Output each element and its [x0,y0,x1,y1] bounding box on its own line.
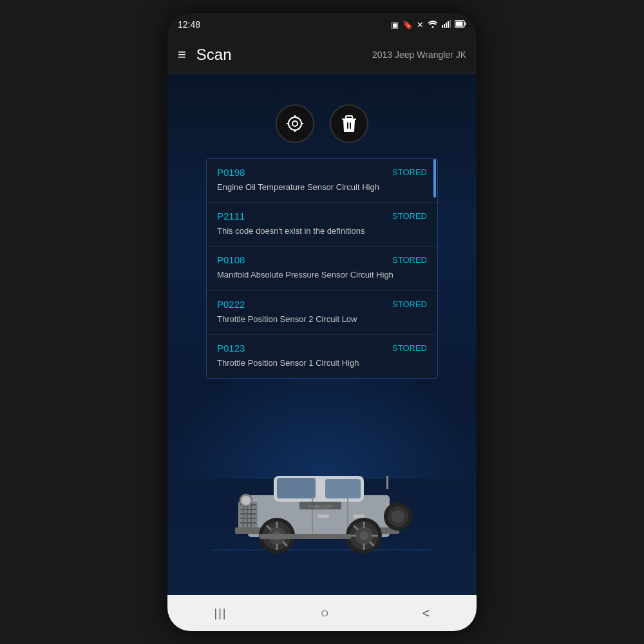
action-buttons-row [276,104,368,143]
dtc-description: Throttle Position Sensor 1 Circuit High [217,357,427,369]
dtc-code: P0123 [217,343,245,354]
svg-point-61 [359,531,368,540]
dtc-description: Throttle Position Sensor 2 Circuit Low [217,314,427,325]
svg-rect-68 [260,534,351,539]
svg-rect-5 [450,20,451,28]
bookmark-icon: 🔖 [402,20,413,30]
svg-rect-7 [465,23,466,25]
dtc-item[interactable]: P0108 STORED Manifold Absolute Pressure … [207,247,437,290]
dtc-code: P0108 [217,254,245,265]
dtc-code: P2111 [217,211,245,222]
svg-rect-8 [456,21,463,26]
dtc-item[interactable]: P0198 STORED Engine Oil Temperature Sens… [207,159,437,203]
svg-point-10 [292,121,298,126]
back-icon: < [422,606,430,621]
dtc-status: STORED [392,211,427,221]
svg-text:RUBICON: RUBICON [308,504,332,509]
main-content: P0198 STORED Engine Oil Temperature Sens… [167,73,477,595]
phone-frame: 12:48 ▣ 🔖 ✕ [167,13,477,631]
dtc-code: P0222 [217,299,245,310]
jeep-illustration: RUBICON [213,440,431,556]
car-image-area: RUBICON [167,440,477,556]
dtc-item-header: P0108 STORED [217,254,427,265]
recent-apps-icon: ||| [214,607,227,620]
svg-point-41 [242,496,251,505]
status-icons-group: ▣ 🔖 ✕ [391,20,466,30]
home-button[interactable]: ○ [305,600,345,627]
page-title: Scan [196,46,372,64]
svg-rect-18 [350,122,351,129]
scan-button[interactable] [276,104,314,143]
dtc-item[interactable]: P0123 STORED Throttle Position Sensor 1 … [207,335,437,378]
dtc-item-header: P0222 STORED [217,299,427,310]
svg-rect-3 [446,23,447,28]
dtc-item-header: P2111 STORED [217,211,427,222]
dtc-item[interactable]: P0222 STORED Throttle Position Sensor 2 … [207,291,437,335]
dtc-status: STORED [392,343,427,353]
svg-rect-16 [346,116,352,118]
dtc-item-header: P0123 STORED [217,343,427,354]
svg-rect-17 [347,122,348,129]
home-icon: ○ [321,605,329,621]
svg-rect-47 [353,515,365,518]
scrollbar [433,159,436,198]
dtc-description: Manifold Absolute Pressure Sensor Circui… [217,269,427,281]
svg-rect-46 [317,515,329,518]
delete-button[interactable] [330,104,368,143]
recent-apps-button[interactable]: ||| [198,601,242,625]
signal-icon [442,20,451,30]
dtc-item-header: P0198 STORED [217,167,427,178]
menu-icon[interactable]: ≡ [178,46,186,63]
dtc-status: STORED [392,299,427,309]
top-bar: ≡ Scan 2013 Jeep Wrangler JK [167,36,477,73]
status-time: 12:48 [178,19,200,30]
svg-rect-4 [448,21,449,28]
dtc-item[interactable]: P2111 STORED This code doesn't exist in … [207,203,437,247]
dtc-description: Engine Oil Temperature Sensor Circuit Hi… [217,182,427,193]
dtc-code: P0198 [217,167,245,178]
wifi-icon [428,20,438,30]
close-icon: ✕ [417,20,424,30]
dtc-status: STORED [392,167,427,177]
svg-rect-74 [386,476,388,489]
svg-point-9 [289,117,301,130]
svg-point-0 [432,26,434,28]
camera-icon: ▣ [391,20,399,30]
svg-line-25 [296,537,322,553]
svg-point-71 [392,510,404,523]
dtc-panel: P0198 STORED Engine Oil Temperature Sens… [206,158,438,379]
svg-rect-2 [444,24,445,28]
svg-rect-1 [442,25,443,28]
nav-bar: ||| ○ < [167,595,477,631]
battery-icon [455,20,466,30]
back-button[interactable]: < [407,601,446,626]
vehicle-label: 2013 Jeep Wrangler JK [372,50,466,60]
dtc-description: This code doesn't exist in the definitio… [217,225,427,237]
svg-rect-30 [325,479,361,498]
svg-line-26 [322,537,348,553]
dtc-status: STORED [392,255,427,265]
status-bar: 12:48 ▣ 🔖 ✕ [167,13,477,36]
svg-rect-29 [277,478,316,498]
